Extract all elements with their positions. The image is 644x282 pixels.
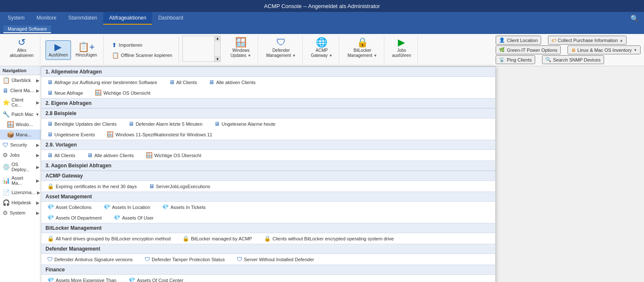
hinzufugen-label: Hinzufügen — [76, 53, 97, 58]
sidebar-item-lizenzma[interactable]: 📄 Lizenzma... ▶ — [0, 187, 42, 197]
right-scrollbar-up[interactable]: ▲ — [619, 38, 623, 42]
sidebar-item-security[interactable]: 🛡 Security ▶ — [0, 140, 42, 150]
sidebar-item-assetma[interactable]: 📊 Asset Ma... ▶ — [0, 174, 42, 187]
managed-software-sidebar-label: Mana... — [16, 132, 40, 137]
all-clients-1-item[interactable]: 🖥 All Clients — [167, 78, 199, 86]
server-job-logs-label: ServerJobLogsExecutions — [156, 184, 210, 189]
assets-cost-center-icon: 💎 — [128, 277, 135, 282]
ungelesene-alarme-item[interactable]: 🖥 Ungelesene Alarme heute — [213, 120, 277, 128]
dropdown-row-bsp-2: 🖥 Ungelesene Events 🪟 Windows 11-Spezifi… — [41, 129, 495, 140]
assets-in-location-item[interactable]: 💎 Assets In Location — [102, 203, 152, 211]
uberblick-expand: ▶ — [36, 78, 40, 83]
sidebar-item-clientma[interactable]: 🖥 Client Ma... ▶ — [0, 85, 42, 96]
scrollbar[interactable]: ▲ ▼ — [214, 36, 220, 62]
wichtige-os-v-item[interactable]: 🪟 Wichtige OS Übersicht — [144, 151, 203, 159]
ping-clients-label: Ping Clients — [507, 57, 532, 62]
sidebar-item-osdeploy[interactable]: 💿 OS Deploy... ▶ — [0, 160, 42, 174]
sidebar-item-jobs[interactable]: ⚙ Jobs ▶ — [0, 150, 42, 160]
jobs-expand: ▶ — [36, 153, 40, 158]
assets-in-tickets-item[interactable]: 💎 Assets In Tickets — [160, 203, 207, 211]
clients-without-bitlocker-item[interactable]: 🔒 Clients without BitLocker encrypted op… — [262, 234, 396, 243]
defender-management-button[interactable]: 🛡 DefenderManagement ▼ — [263, 36, 299, 60]
defender-tamper-icon: 🛡 — [145, 256, 150, 262]
dropdown-row-vorl-1: 🖥 All Clients 🖥 Alle aktiven Clients 🪟 W… — [41, 150, 495, 161]
tab-monitore[interactable]: Monitore — [31, 12, 62, 25]
alle-aktiven-v-item[interactable]: 🖥 Alle aktiven Clients — [85, 151, 136, 159]
server-job-logs-item[interactable]: 🖥 ServerJobLogsExecutions — [147, 182, 212, 190]
managed-software-label: Managed Software — [3, 25, 51, 33]
security-label: Security — [10, 142, 34, 147]
sidebar-item-uberblick[interactable]: 📋 Überblick ▶ — [0, 75, 42, 85]
sidebar-item-clientco[interactable]: ⭐ Client Co... ▶ — [0, 96, 42, 109]
ausfuhren-button[interactable]: ▶ Ausführen — [45, 40, 71, 60]
abfrage-software-item[interactable]: 🖥 Abfrage zur Auflistung einer bestimmte… — [45, 78, 159, 86]
importieren-button[interactable]: ⬆ Importieren — [109, 40, 175, 50]
windows11-icon: 🪟 — [107, 131, 113, 138]
hinzufugen-button[interactable]: 📋+ Hinzufügen — [73, 40, 100, 60]
ping-clients-button[interactable]: 📡 Ping Clients — [496, 55, 535, 64]
assets-of-dept-item[interactable]: 💎 Assets Of Department — [45, 214, 103, 222]
ungelesene-events-item[interactable]: 🖥 Ungelesene Events — [45, 130, 96, 138]
windows11-item[interactable]: 🪟 Windows 11-Spezifikationstest für Wind… — [105, 130, 214, 138]
benotige-updates-item[interactable]: 🖥 Benötigte Updates der Clients — [45, 120, 118, 128]
assets-of-user-item[interactable]: 💎 Assets Of User — [112, 214, 155, 222]
bitlocker-all-drives-item[interactable]: 🔒 All hard drives grouped by BitLocker e… — [45, 234, 172, 243]
section-bitlocker: BitLocker Management — [41, 223, 495, 233]
ribbon-right-col3: 📡 Ping Clients 🔍 Search SNMP Devices — [496, 55, 641, 64]
collect-purchase-button[interactable]: 🏷 Collect Purchase Information ▲ — [548, 36, 627, 45]
right-scrollbar-mid: ▼ — [633, 48, 637, 52]
scroll-down[interactable]: ▼ — [215, 56, 220, 62]
sidebar-item-system[interactable]: ⚙ System ▶ — [0, 208, 42, 218]
bitlocker-managed-item[interactable]: 🔒 BitLocker managed by ACMP — [181, 234, 254, 243]
wichtige-os-1-item[interactable]: 🪟 Wichtige OS Übersicht — [93, 89, 152, 97]
alles-aktualisieren-button[interactable]: ↺ Allesaktualisieren — [7, 36, 37, 60]
offline-scanner-button[interactable]: 📋 Offline Scanner kopieren — [109, 51, 175, 60]
linux-mac-button[interactable]: 🖥 Linux & Mac OS Inventory ▼ — [567, 45, 641, 54]
server-job-logs-icon: 🖥 — [149, 183, 154, 189]
ribbon-right-col2: 🌿 Green-IT Power Options 🖥 Linux & Mac O… — [496, 45, 641, 54]
clients-without-bitlocker-label: Clients without BitLocker encrypted oper… — [272, 236, 394, 241]
alle-aktiven-1-item[interactable]: 🖥 Alle aktiven Clients — [207, 78, 257, 86]
windows-label: Windo... — [16, 122, 40, 127]
jobs-sidebar-icon: ⚙ — [3, 152, 8, 158]
security-expand: ▶ — [36, 143, 40, 147]
assets-cost-center-item[interactable]: 💎 Assets Of Cost Center — [127, 276, 185, 282]
defender-antivirus-item[interactable]: 🛡 Defender Antivirus Signature versions — [45, 255, 134, 263]
dropdown-row-defender-1: 🛡 Defender Antivirus Signature versions … — [41, 254, 495, 265]
green-it-button[interactable]: 🌿 Green-IT Power Options — [496, 45, 561, 54]
jobs-ausfuhren-button[interactable]: ▶ Jobsausführen — [389, 36, 414, 60]
ribbon-group-import: ⬆ Importieren 📋 Offline Scanner kopieren — [105, 36, 179, 64]
acmp-gateway-button[interactable]: 🌐 ACMPGateway ▼ — [308, 36, 335, 60]
all-clients-v-item[interactable]: 🖥 All Clients — [45, 151, 77, 159]
search-snmp-button[interactable]: 🔍 Search SNMP Devices — [542, 55, 604, 64]
neue-abfrage-item[interactable]: 🖥 Neue Abfrage — [45, 89, 85, 97]
collect-purchase-icon: 🏷 — [551, 38, 556, 43]
sidebar-item-helpdesk[interactable]: 🎧 Helpdesk ▶ — [0, 197, 42, 208]
tab-dashboard[interactable]: Dashboard — [152, 12, 189, 25]
ribbon-group-defender: 🛡 DefenderManagement ▼ — [260, 36, 303, 64]
tab-abfrageaktionen[interactable]: Abfrageaktionen — [103, 12, 152, 25]
client-location-button[interactable]: 👤 Client Location — [496, 36, 541, 45]
windows-updates-button[interactable]: 🪟 WindowsUpdates ▼ — [227, 36, 254, 60]
assets-more-expensive-icon: 💎 — [47, 277, 54, 282]
scroll-up[interactable]: ▲ — [215, 36, 220, 41]
bitlocker-button[interactable]: 🔒 BitLockerManagement ▼ — [344, 36, 380, 60]
sidebar-item-managed-software[interactable]: 📦 Mana... — [0, 130, 42, 140]
tab-search-area: 🔍 — [627, 12, 642, 25]
assets-more-expensive-item[interactable]: 💎 Assets More Expensive Than — [45, 276, 118, 282]
tab-system[interactable]: System — [2, 12, 31, 25]
defender-alarm-item[interactable]: 🖥 Defender Alarm letzte 5 Minuten — [127, 120, 204, 128]
expiring-certs-item[interactable]: 🔒 Expiring certificates in the next 30 d… — [45, 182, 139, 190]
server-without-defender-item[interactable]: 🛡 Server Without Installed Defender — [235, 255, 316, 263]
refresh-icon: ↺ — [18, 38, 26, 47]
asset-collections-item[interactable]: 💎 Asset Collections — [45, 203, 93, 211]
ausfuhren-icon: ▶ — [54, 42, 62, 52]
uberblick-label: Überblick — [11, 78, 34, 83]
sidebar-item-patchmac[interactable]: 🔧 Patch Mac ▼ — [0, 109, 42, 119]
jobs-label: Jobs — [10, 152, 34, 158]
tab-stammdaten[interactable]: Stammdaten — [62, 12, 103, 25]
ribbon-right-panel: 👤 Client Location 🏷 Collect Purchase Inf… — [496, 36, 641, 64]
sidebar-item-windows[interactable]: 🪟 Windo... — [0, 119, 42, 130]
defender-tamper-item[interactable]: 🛡 Defender Tamper Protection Status — [143, 255, 227, 263]
defender-tamper-label: Defender Tamper Protection Status — [152, 257, 225, 262]
